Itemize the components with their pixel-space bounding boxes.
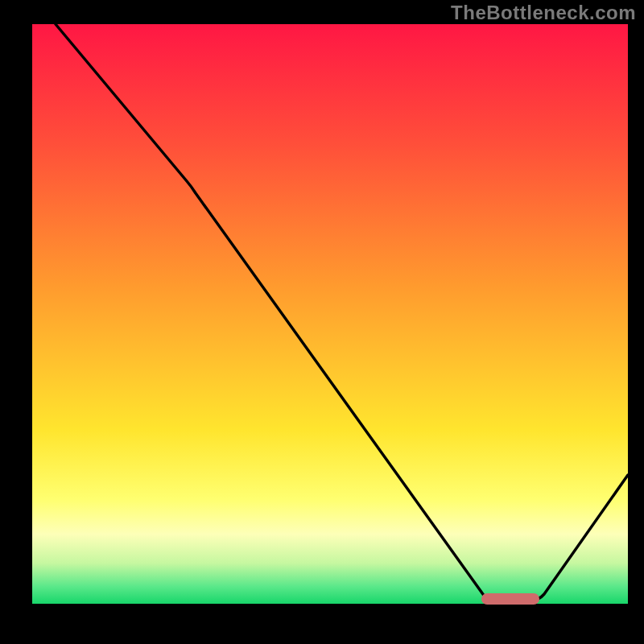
plot-border-bottom: [0, 604, 644, 644]
plot-border-right: [628, 0, 644, 644]
watermark-text: TheBottleneck.com: [451, 2, 636, 24]
optimal-range-marker: [481, 593, 539, 605]
plot-background: [32, 24, 628, 604]
plot-border-left: [0, 0, 32, 644]
bottleneck-chart-svg: [0, 0, 644, 644]
chart-frame: TheBottleneck.com: [0, 0, 644, 644]
